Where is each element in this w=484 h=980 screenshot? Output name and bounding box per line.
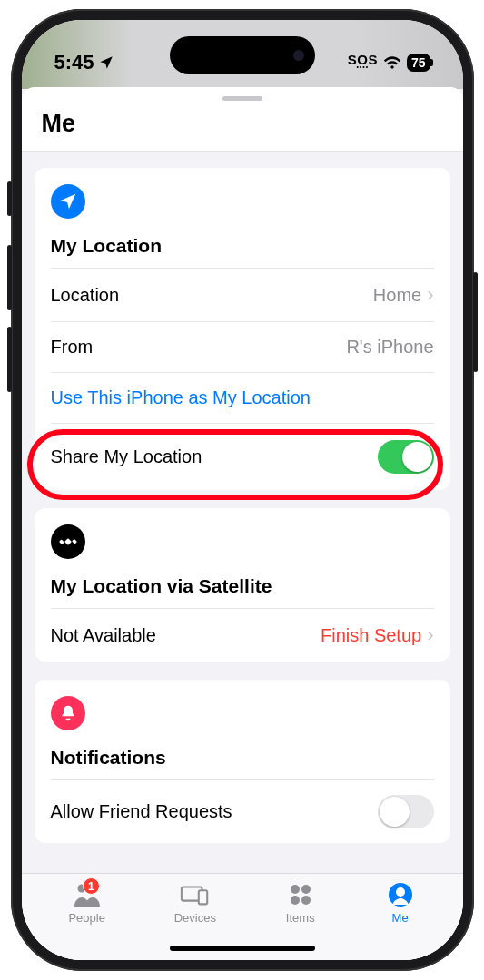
satellite-status: Not Available <box>51 625 156 646</box>
allow-label: Allow Friend Requests <box>51 801 232 822</box>
tab-items[interactable]: Items <box>285 881 316 925</box>
scroll-content[interactable]: My Location Location Home› From R's iPho… <box>22 152 463 873</box>
share-label: Share My Location <box>51 446 202 467</box>
tab-devices-label: Devices <box>174 911 216 925</box>
location-label: Location <box>51 285 120 306</box>
location-value: Home <box>373 285 421 306</box>
svg-point-8 <box>301 885 311 894</box>
satellite-icon <box>51 524 85 559</box>
side-button <box>473 272 478 372</box>
location-arrow-icon <box>98 54 114 71</box>
battery-indicator: 75 <box>407 54 430 72</box>
svg-rect-6 <box>199 890 207 904</box>
notifications-card: Notifications Allow Friend Requests <box>35 680 450 843</box>
page-title: Me <box>22 104 463 152</box>
tab-items-label: Items <box>286 911 315 925</box>
chevron-right-icon: › <box>427 283 433 307</box>
me-icon <box>385 881 416 908</box>
wifi-icon <box>383 55 401 70</box>
tab-people-label: People <box>68 911 104 925</box>
status-time: 5:45 <box>54 51 94 74</box>
bell-icon <box>51 696 85 730</box>
svg-point-9 <box>291 896 300 905</box>
use-this-iphone-link[interactable]: Use This iPhone as My Location <box>51 372 434 423</box>
my-location-title: My Location <box>51 235 434 257</box>
side-button <box>7 245 12 310</box>
phone-frame: 5:45 SOS•••• 75 Me My Location <box>11 9 474 971</box>
chevron-right-icon: › <box>427 623 433 647</box>
svg-point-10 <box>301 896 311 905</box>
satellite-card: My Location via Satellite Not Available … <box>35 508 450 662</box>
location-row[interactable]: Location Home› <box>51 268 434 321</box>
devices-icon <box>180 881 211 908</box>
tab-devices[interactable]: Devices <box>174 881 216 925</box>
from-value: R's iPhone <box>346 337 433 358</box>
svg-rect-1 <box>59 539 64 544</box>
home-indicator[interactable] <box>170 946 315 951</box>
location-icon <box>51 184 85 219</box>
sos-indicator: SOS•••• <box>348 55 378 69</box>
svg-rect-2 <box>72 539 77 544</box>
tab-people[interactable]: 1 People <box>68 881 104 925</box>
dynamic-island <box>170 36 315 74</box>
tab-me[interactable]: Me <box>385 881 416 925</box>
my-location-card: My Location Location Home› From R's iPho… <box>35 168 450 490</box>
from-row[interactable]: From R's iPhone <box>51 321 434 372</box>
content-sheet: Me My Location Location Home› <box>22 87 463 960</box>
screen: 5:45 SOS•••• 75 Me My Location <box>22 20 463 960</box>
allow-friend-requests-row[interactable]: Allow Friend Requests <box>51 779 434 843</box>
sheet-grabber[interactable] <box>222 96 262 101</box>
items-icon <box>285 881 316 908</box>
tab-me-label: Me <box>392 911 409 925</box>
side-button <box>7 181 12 216</box>
people-badge: 1 <box>83 877 100 895</box>
allow-friend-requests-toggle[interactable] <box>378 795 434 828</box>
share-my-location-toggle[interactable] <box>378 440 434 474</box>
svg-point-7 <box>291 885 300 894</box>
svg-point-12 <box>396 887 405 897</box>
satellite-row[interactable]: Not Available Finish Setup› <box>51 608 434 662</box>
side-button <box>7 327 12 392</box>
from-label: From <box>51 337 94 358</box>
finish-setup-link[interactable]: Finish Setup <box>321 625 421 646</box>
share-my-location-row[interactable]: Share My Location <box>51 423 434 490</box>
notifications-title: Notifications <box>51 747 434 769</box>
satellite-title: My Location via Satellite <box>51 575 434 597</box>
svg-rect-0 <box>64 538 72 545</box>
